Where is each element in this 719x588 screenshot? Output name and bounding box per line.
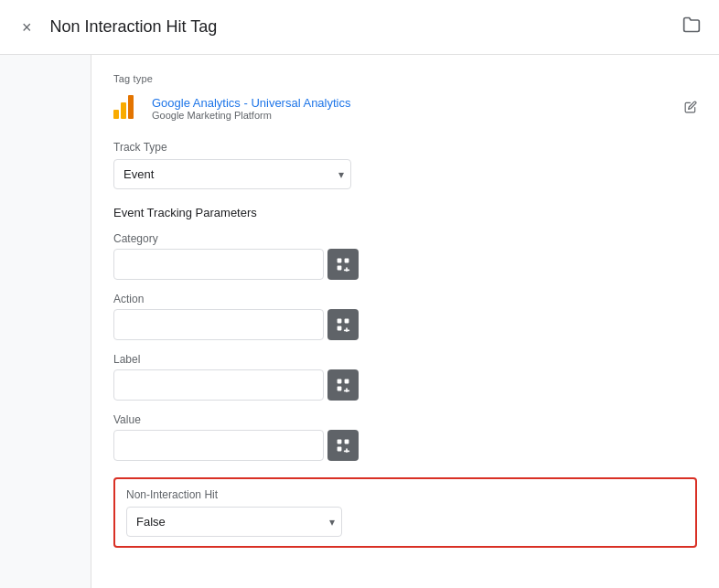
label-variable-button[interactable] — [327, 369, 359, 401]
tag-type-info: Google Analytics - Universal Analytics G… — [152, 96, 679, 121]
non-interaction-section: Non-Interaction Hit False True ▾ — [113, 477, 697, 548]
tag-type-platform: Google Marketing Platform — [152, 110, 679, 121]
svg-rect-10 — [338, 380, 342, 384]
action-input-group — [113, 309, 697, 340]
category-row: Category — [113, 232, 697, 280]
bar3 — [128, 95, 134, 119]
category-variable-button[interactable] — [327, 249, 359, 280]
svg-rect-15 — [338, 440, 342, 444]
svg-rect-7 — [338, 326, 342, 331]
sidebar — [0, 55, 91, 588]
svg-rect-6 — [345, 319, 349, 324]
non-interaction-select[interactable]: False True — [126, 507, 342, 537]
svg-rect-19 — [344, 451, 349, 453]
action-variable-button[interactable] — [327, 309, 359, 340]
svg-rect-14 — [344, 390, 349, 392]
non-interaction-select-wrapper: False True ▾ — [126, 507, 342, 537]
label-input[interactable] — [113, 369, 324, 401]
close-button[interactable]: × — [18, 16, 36, 39]
svg-rect-16 — [345, 440, 349, 444]
svg-rect-0 — [338, 259, 342, 263]
track-type-select[interactable]: Event Pageview Transaction Social Timing — [113, 159, 351, 189]
svg-rect-9 — [344, 330, 349, 332]
value-input-group — [113, 430, 697, 461]
action-input[interactable] — [113, 309, 324, 340]
bar1 — [113, 110, 119, 119]
action-label: Action — [113, 293, 697, 305]
event-tracking-title: Event Tracking Parameters — [113, 206, 697, 219]
svg-rect-5 — [338, 319, 342, 324]
event-label-label: Label — [113, 353, 697, 366]
svg-rect-11 — [345, 380, 349, 384]
dialog-header: × Non Interaction Hit Tag — [0, 0, 719, 55]
track-type-select-wrapper: Event Pageview Transaction Social Timing… — [113, 159, 351, 189]
page-title: Non Interaction Hit Tag — [50, 17, 675, 37]
tag-type-row: Google Analytics - Universal Analytics G… — [113, 93, 697, 123]
value-input[interactable] — [113, 430, 324, 461]
non-interaction-label: Non-Interaction Hit — [126, 488, 684, 501]
action-row: Action — [113, 293, 697, 340]
svg-rect-17 — [338, 447, 342, 452]
label-row: Label — [113, 353, 697, 401]
category-input[interactable] — [113, 249, 324, 280]
value-row: Value — [113, 413, 697, 461]
track-type-section: Track Type Event Pageview Transaction So… — [113, 141, 697, 189]
ga-bars-icon — [113, 93, 139, 119]
value-variable-button[interactable] — [327, 430, 359, 461]
value-label: Value — [113, 413, 697, 426]
category-input-group — [113, 249, 697, 280]
track-type-label: Track Type — [113, 141, 697, 154]
edit-pencil-icon[interactable] — [684, 101, 697, 116]
body-wrapper: Tag type Google Analytics - Universal An… — [0, 55, 719, 588]
label-input-group — [113, 369, 697, 401]
tag-type-name: Google Analytics - Universal Analytics — [152, 96, 679, 110]
svg-rect-2 — [338, 266, 342, 271]
main-content: Tag type Google Analytics - Universal An… — [91, 55, 719, 588]
ga-logo — [113, 93, 143, 123]
tag-type-label: Tag type — [113, 73, 697, 84]
svg-rect-4 — [344, 270, 349, 272]
event-tracking-section: Event Tracking Parameters Category — [113, 206, 697, 461]
tag-type-section: Tag type Google Analytics - Universal An… — [113, 73, 697, 123]
folder-icon[interactable] — [682, 16, 701, 38]
svg-rect-12 — [338, 387, 342, 391]
svg-rect-1 — [345, 259, 349, 263]
category-label: Category — [113, 232, 697, 245]
bar2 — [121, 102, 126, 119]
